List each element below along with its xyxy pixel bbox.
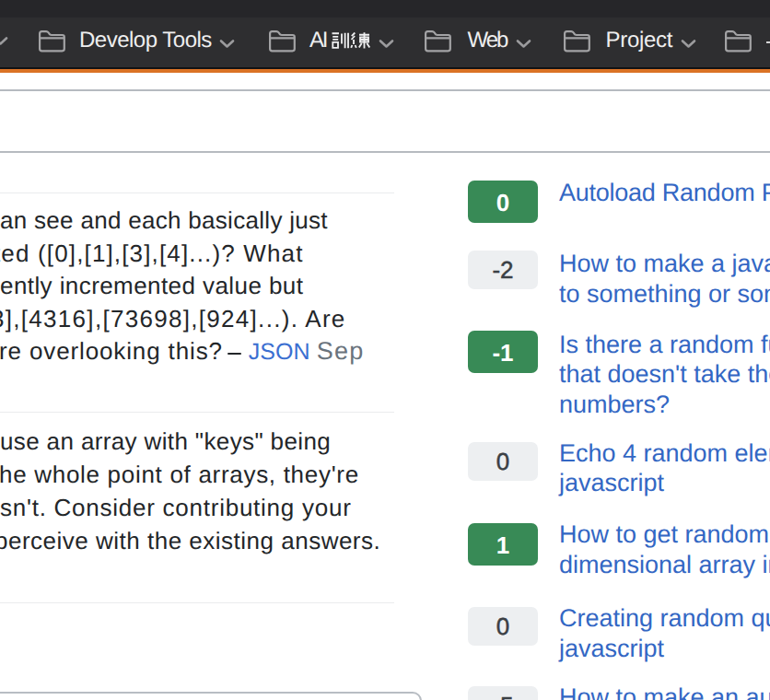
svg-text:that doesn't take the whole: that doesn't take the whole — [559, 360, 770, 388]
svg-text:JSON: JSON — [249, 339, 310, 365]
svg-text:numbers?: numbers? — [559, 391, 670, 418]
svg-text:Develop Tools: Develop Tools — [79, 28, 212, 52]
svg-text:javascript: javascript — [558, 635, 665, 662]
svg-text:How to make a javascript go: How to make a javascript go — [559, 250, 770, 277]
svg-text:-2: -2 — [492, 256, 513, 284]
svg-text:javascript: javascript — [558, 469, 665, 496]
svg-text:to something or something: to something or something — [559, 280, 770, 308]
svg-text:0: 0 — [496, 612, 509, 640]
svg-text:Creating random questions in: Creating random questions in — [559, 604, 770, 632]
svg-text:-1: -1 — [492, 339, 513, 367]
svg-text:AI: AI — [309, 28, 327, 52]
svg-text:Is there a random function: Is there a random function — [559, 331, 770, 358]
svg-text:How to get random value of: How to get random value of — [559, 520, 770, 548]
svg-text:ently incremented value but: ently incremented value but — [0, 272, 304, 299]
svg-text:Autoload Random Page every vis: Autoload Random Page every visit — [559, 179, 770, 206]
svg-text:Project: Project — [606, 28, 673, 52]
svg-text:0: 0 — [496, 448, 509, 475]
svg-text:re overlooking this?: re overlooking this? — [0, 337, 223, 365]
svg-text:he whole point of arrays, they: he whole point of arrays, they're — [0, 461, 359, 488]
svg-text:-5: -5 — [492, 692, 513, 700]
svg-text:How to make an automatic: How to make an automatic — [559, 683, 770, 700]
svg-text:dimensional array in javascrip: dimensional array in javascript — [559, 551, 770, 578]
svg-text:sn't. Consider contributing yo: sn't. Consider contributing your — [0, 494, 352, 521]
svg-text:use an array with "keys" being: use an array with "keys" being — [0, 427, 331, 455]
svg-text:Web: Web — [468, 28, 509, 52]
svg-text:0: 0 — [496, 189, 509, 216]
svg-text:ted ([0],[1],[3],[4]...)? What: ted ([0],[1],[3],[4]...)? What — [0, 239, 304, 267]
svg-text:Echo 4 random elements with: Echo 4 random elements with — [559, 439, 770, 467]
svg-text:1: 1 — [496, 531, 509, 559]
svg-text:3],[4316],[73698],[924]...). A: 3],[4316],[73698],[924]...). Are — [0, 305, 346, 332]
svg-text:Sep: Sep — [317, 337, 365, 365]
svg-text:an see and each basically just: an see and each basically just — [0, 206, 328, 234]
svg-text:perceive with the existing ans: perceive with the existing answers. — [0, 527, 380, 554]
